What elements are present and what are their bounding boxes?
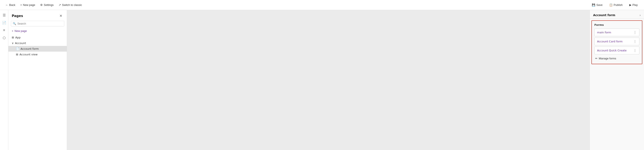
search-input[interactable] <box>18 22 62 25</box>
close-panel-button[interactable]: ✕ <box>58 14 64 18</box>
account-view-label: Account view <box>20 53 38 56</box>
topbar-right: 💾 Save 📋 Publish ▶ Play <box>589 2 641 8</box>
switch-to-classic-label: Switch to classic <box>62 3 82 7</box>
topbar-left: ← Back + New page ⚙ Settings ↗ Switch to… <box>3 2 587 8</box>
nav-tree-icon: ≡ <box>3 28 5 32</box>
pages-icon-button[interactable]: 📄 <box>1 19 8 26</box>
right-panel-title: Account form <box>593 14 615 17</box>
component-icon: ⬡ <box>3 36 6 40</box>
canvas-area <box>67 10 590 150</box>
right-panel-chevron-button[interactable]: › <box>640 14 641 17</box>
search-box: 🔍 <box>11 21 64 27</box>
close-icon: ✕ <box>60 14 62 18</box>
main-area: ☰ 📄 ≡ ⬡ Pages ✕ 🔍 + New page <box>0 10 644 150</box>
main-form-label: main form <box>597 31 611 34</box>
pages-icon: 📄 <box>2 21 6 25</box>
switch-icon: ↗ <box>59 3 61 7</box>
play-icon: ▶ <box>629 3 632 7</box>
manage-forms-button[interactable]: ✏ Manage forms <box>594 56 617 61</box>
nav-subitem-account-view[interactable]: ⊞ Account view <box>8 52 67 57</box>
forms-section-title: Forms <box>594 23 640 27</box>
back-button[interactable]: ← Back <box>3 2 18 8</box>
main-form-dots-button[interactable]: ⋮ <box>633 30 637 34</box>
new-page-button[interactable]: + New page <box>18 2 37 8</box>
form-item-account-quick-create[interactable]: Account Quick Create ⋮ <box>594 47 640 54</box>
nav-group-account[interactable]: ∨ Account <box>8 40 67 46</box>
account-form-label: Account form <box>20 47 39 50</box>
play-button[interactable]: ▶ Play <box>626 2 641 8</box>
view-icon: ⊞ <box>16 53 18 56</box>
publish-button[interactable]: 📋 Publish <box>606 2 626 8</box>
right-panel-header: Account form › <box>590 10 644 19</box>
save-button[interactable]: 💾 Save <box>589 2 606 8</box>
forms-container: Forms main form ⋮ Account Card form ⋮ Ac… <box>592 20 642 64</box>
pages-header: Pages ✕ <box>8 10 67 20</box>
nav-tree: ⊞ App ∨ Account 📄 Account form ⊞ Account… <box>8 34 67 150</box>
app-icon: ⊞ <box>12 36 14 39</box>
back-label: Back <box>9 3 15 7</box>
new-page-label: New page <box>23 3 36 7</box>
hamburger-icon: ☰ <box>3 13 6 17</box>
manage-forms-label: Manage forms <box>599 57 616 60</box>
plus-icon: + <box>20 3 22 7</box>
account-card-form-dots-button[interactable]: ⋮ <box>633 39 637 43</box>
gear-icon: ⚙ <box>40 3 43 7</box>
switch-to-classic-button[interactable]: ↗ Switch to classic <box>56 2 84 8</box>
chevron-right-icon: › <box>640 14 641 17</box>
nav-tree-button[interactable]: ≡ <box>1 27 8 34</box>
search-icon: 🔍 <box>13 22 16 25</box>
component-button[interactable]: ⬡ <box>1 34 8 41</box>
account-group-label: Account <box>15 42 26 45</box>
pencil-icon: ✏ <box>595 57 598 60</box>
settings-label: Settings <box>44 3 54 7</box>
save-icon: 💾 <box>592 3 595 7</box>
app-label: App <box>15 36 64 39</box>
hamburger-button[interactable]: ☰ <box>1 12 8 19</box>
account-quick-create-dots-button[interactable]: ⋮ <box>633 49 637 52</box>
nav-subitem-account-form[interactable]: 📄 Account form <box>8 46 67 52</box>
form-item-account-card-form[interactable]: Account Card form ⋮ <box>594 38 640 45</box>
new-page-plus-icon: + <box>12 29 14 33</box>
save-label: Save <box>596 3 602 7</box>
chevron-down-icon: ∨ <box>12 42 14 45</box>
settings-button[interactable]: ⚙ Settings <box>38 2 56 8</box>
new-page-panel-label: New page <box>15 29 27 33</box>
form-icon: 📄 <box>16 47 19 50</box>
account-quick-create-label: Account Quick Create <box>597 49 626 52</box>
back-arrow-icon: ← <box>6 3 8 7</box>
pages-title: Pages <box>12 14 23 18</box>
nav-item-app[interactable]: ⊞ App <box>8 35 67 40</box>
pages-panel: Pages ✕ 🔍 + New page ⊞ App ∨ Account <box>8 10 67 150</box>
icon-sidebar: ☰ 📄 ≡ ⬡ <box>0 10 8 150</box>
new-page-panel-button[interactable]: + New page <box>8 28 67 34</box>
form-item-main-form[interactable]: main form ⋮ <box>594 29 640 36</box>
right-panel: Account form › Forms main form ⋮ Account… <box>590 10 644 150</box>
account-card-form-label: Account Card form <box>597 40 622 43</box>
topbar: ← Back + New page ⚙ Settings ↗ Switch to… <box>0 0 644 10</box>
play-label: Play <box>632 3 638 7</box>
publish-label: Publish <box>614 3 623 7</box>
publish-icon: 📋 <box>609 3 612 7</box>
